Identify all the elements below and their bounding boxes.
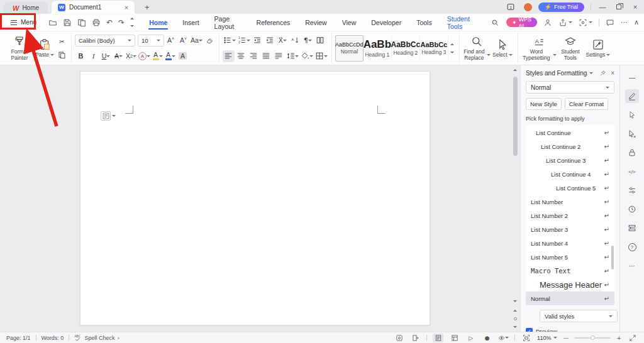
show-marks-icon[interactable]: ¶ <box>302 35 314 46</box>
tab-view[interactable]: View <box>335 16 364 30</box>
styles-pen-icon[interactable] <box>625 89 639 103</box>
browse-object-icon[interactable] <box>514 317 517 320</box>
zoom-out-icon[interactable]: — <box>563 335 569 341</box>
zoom-level[interactable]: 110% <box>537 335 557 341</box>
new-style-button[interactable]: New Style <box>526 98 562 110</box>
borders-icon[interactable] <box>314 50 328 62</box>
style-card-heading3[interactable]: AaBbCc Heading 3 <box>420 35 448 62</box>
line-spacing-icon[interactable] <box>286 50 299 62</box>
scrollbar-thumb[interactable] <box>513 77 518 156</box>
help-icon[interactable]: ? <box>625 240 639 254</box>
style-item[interactable]: Macro Text↵ <box>526 264 614 278</box>
clear-format-button[interactable]: Clear Format <box>565 98 608 110</box>
properties-icon[interactable] <box>625 183 639 197</box>
wps-ai-button[interactable]: ✦ WPS AI <box>506 18 537 27</box>
style-item[interactable]: Message Header↵ <box>526 278 614 291</box>
customize-toolbar-icon[interactable] <box>130 15 134 30</box>
strikethrough-icon[interactable]: A <box>113 50 125 62</box>
collapse-panel-icon[interactable]: — <box>625 70 639 84</box>
sort-icon[interactable] <box>289 35 301 46</box>
current-style-select[interactable]: Normal <box>526 81 614 94</box>
student-tools-button[interactable]: Student Tools <box>557 35 584 62</box>
side-panel-icon[interactable] <box>410 334 421 342</box>
undo-icon[interactable]: ↶ <box>106 18 113 27</box>
restrict-editing-icon[interactable] <box>625 127 639 141</box>
underline-icon[interactable]: U <box>100 50 112 62</box>
valid-styles-select[interactable]: Valid styles <box>540 310 618 322</box>
save-as-icon[interactable] <box>77 18 86 27</box>
document-tab[interactable]: W Document1 × <box>52 1 135 14</box>
panel-scrollbar-thumb[interactable] <box>611 246 614 270</box>
tab-references[interactable]: References <box>249 16 298 30</box>
zoom-slider-knob[interactable] <box>591 335 595 340</box>
style-item-selected[interactable]: Normal↵ <box>526 291 614 305</box>
encircled-character-icon[interactable]: A <box>138 50 151 62</box>
highlight-color-icon[interactable]: A <box>152 50 164 62</box>
style-item[interactable]: List Number 5↵ <box>526 250 614 264</box>
distribute-icon[interactable] <box>273 50 285 62</box>
minimize-button[interactable]: — <box>597 3 608 11</box>
format-painter-button[interactable]: Format Painter <box>6 35 33 62</box>
window-switch-icon[interactable] <box>504 0 518 14</box>
tab-home[interactable]: Home <box>142 16 175 30</box>
scroll-down-icon[interactable] <box>513 300 517 304</box>
history-icon[interactable] <box>625 202 639 216</box>
shading-icon[interactable] <box>300 50 314 62</box>
find-replace-button[interactable]: Find and Replace <box>463 35 491 62</box>
more-panels-icon[interactable]: ⋯ <box>625 259 639 273</box>
tab-review[interactable]: Review <box>297 16 334 30</box>
clear-format-icon[interactable] <box>204 35 216 46</box>
spell-check-button[interactable]: Spell Check › <box>74 334 119 342</box>
close-tab-icon[interactable]: × <box>125 4 128 11</box>
style-item[interactable]: List Continue↵ <box>526 126 614 139</box>
justify-icon[interactable] <box>260 50 272 62</box>
panel-title-dropdown-icon[interactable] <box>589 72 593 76</box>
close-button[interactable]: × <box>630 3 640 11</box>
print-icon[interactable] <box>92 18 101 27</box>
next-page-icon[interactable] <box>513 326 517 330</box>
print-layout-view-icon[interactable] <box>433 334 443 342</box>
style-item[interactable]: List Continue 2↵ <box>526 139 614 153</box>
word-typesetting-button[interactable]: Word Typesetting <box>521 35 557 62</box>
style-item[interactable]: List Number 3↵ <box>526 222 614 236</box>
previous-page-icon[interactable] <box>513 308 517 312</box>
gallery-scroll-up-icon[interactable] <box>450 41 454 45</box>
grow-font-icon[interactable]: A˄ <box>165 35 177 46</box>
protect-document-icon[interactable] <box>625 146 639 160</box>
font-name-select[interactable]: Calibri (Body) <box>75 35 135 46</box>
document-page[interactable] <box>80 71 430 325</box>
more-icon[interactable]: ⋯ <box>621 18 628 26</box>
new-tab-button[interactable]: + <box>141 3 153 12</box>
tab-insert[interactable]: Insert <box>175 16 206 30</box>
eye-mode-icon[interactable] <box>498 334 509 342</box>
bold-icon[interactable]: B <box>75 50 87 62</box>
selection-pane-icon[interactable] <box>625 108 639 122</box>
read-mode-icon[interactable]: ▷ <box>465 334 476 342</box>
screenshot-icon[interactable] <box>579 18 592 27</box>
avatar[interactable] <box>524 3 532 11</box>
menu-button[interactable]: Menu <box>5 16 42 28</box>
page-indicator[interactable]: Page: 1/1 <box>6 335 31 341</box>
document-canvas[interactable] <box>0 65 510 332</box>
redo-icon[interactable]: ↷ <box>118 18 125 27</box>
tab-page-layout[interactable]: Page Layout <box>207 12 249 33</box>
upload-share-icon[interactable] <box>558 18 572 27</box>
open-file-icon[interactable] <box>48 18 57 27</box>
superscript-icon[interactable]: X2 <box>125 50 137 62</box>
tab-developer[interactable]: Developer <box>364 16 409 30</box>
align-right-icon[interactable] <box>248 50 260 62</box>
gallery-scroll-down-icon[interactable] <box>450 52 454 55</box>
collapse-ribbon-icon[interactable]: ∧ <box>634 18 639 26</box>
char-shading-icon[interactable]: A <box>177 50 189 62</box>
style-item[interactable]: List Continue 5↵ <box>526 181 614 195</box>
style-item[interactable]: List Number↵ <box>526 195 614 209</box>
style-card-heading2[interactable]: AaBbCc Heading 2 <box>392 35 420 62</box>
home-tab[interactable]: W Home <box>4 2 48 14</box>
asian-layout-icon[interactable]: Ẍ <box>277 35 289 46</box>
save-icon[interactable] <box>63 18 72 27</box>
code-icon[interactable]: </> <box>625 165 639 178</box>
fit-page-icon[interactable] <box>521 334 531 342</box>
tab-tools[interactable]: Tools <box>409 16 440 30</box>
italic-icon[interactable]: I <box>87 50 99 62</box>
navigation-pane-icon[interactable] <box>625 221 639 235</box>
